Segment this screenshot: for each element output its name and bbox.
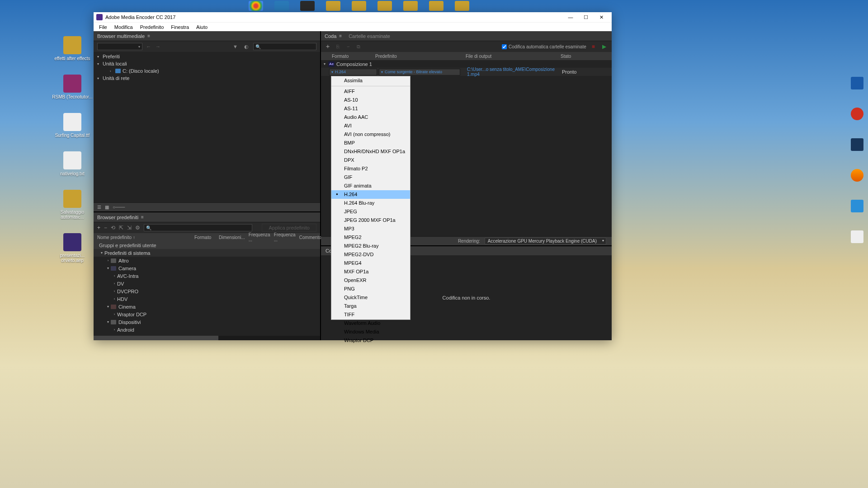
desktop-icon[interactable]: RSMB (Tecnotutor... — [52, 75, 93, 99]
forward-icon[interactable]: → — [155, 44, 161, 49]
add-source-button[interactable]: ＋ — [325, 42, 331, 51]
app-icon[interactable] — [274, 1, 289, 11]
menu-item[interactable]: MP3 — [331, 225, 410, 233]
preset-cat-camera[interactable]: ▾Camera — [94, 264, 320, 272]
preset-cat-dispositivi[interactable]: ▾Dispositivi — [94, 318, 320, 326]
desktop-icon[interactable]: nativelog.txt — [52, 151, 93, 176]
menu-item[interactable]: MPEG4 — [331, 259, 410, 267]
minimize-button[interactable]: — — [563, 12, 578, 22]
col-output[interactable]: File di output — [461, 54, 556, 59]
menu-item[interactable]: Windows Media — [331, 328, 410, 336]
menu-item[interactable]: Filmato P2 — [331, 164, 410, 173]
menu-item[interactable]: JPEG — [331, 207, 410, 216]
menu-item[interactable]: QuickTime — [331, 293, 410, 302]
preset-group-system[interactable]: ▾Predefiniti di sistema — [94, 249, 320, 257]
preset-item[interactable]: ›Wraptor DCP — [94, 310, 320, 318]
tree-favorites[interactable]: ▾Preferiti — [94, 53, 320, 60]
filter-icon[interactable]: ▼ — [231, 44, 240, 49]
menu-item[interactable]: TIFF — [331, 310, 410, 319]
menu-item[interactable]: GIF animata — [331, 182, 410, 190]
menu-predefinito[interactable]: Predefinito — [137, 23, 168, 31]
col-name[interactable]: Nome predefinito ↑ — [97, 235, 194, 240]
preset-dropdown[interactable]: ▾Come sorgente - Bitrate elevato — [379, 69, 460, 75]
output-row[interactable]: ▾H.264 ▾Come sorgente - Bitrate elevato … — [321, 68, 612, 76]
back-icon[interactable]: ← — [145, 44, 152, 49]
remove-icon[interactable]: − — [345, 44, 351, 49]
close-button[interactable]: ✕ — [594, 12, 609, 22]
tray-icon[interactable] — [851, 108, 863, 120]
path-dropdown[interactable]: ▾ — [97, 43, 142, 50]
zoom-slider[interactable]: ○─── — [113, 205, 125, 210]
preset-export-icon[interactable]: ⇲ — [127, 225, 132, 231]
menu-item[interactable]: JPEG 2000 MXF OP1a — [331, 216, 410, 225]
folder-icon[interactable] — [377, 1, 392, 11]
menu-item[interactable]: AIFF — [331, 87, 410, 96]
col-freq2[interactable]: Frequenza ... — [274, 232, 299, 242]
start-queue-button[interactable]: ▶ — [600, 43, 608, 50]
auto-encode-checkbox[interactable]: Codifica automatica cartelle esaminate — [502, 44, 586, 49]
desktop-icon[interactable]: Surfing Capital.ttf — [52, 113, 93, 138]
menu-item[interactable]: DPX — [331, 156, 410, 164]
preset-cat-altro[interactable]: ›Altro — [94, 257, 320, 264]
menu-finestra[interactable]: Finestra — [167, 23, 193, 31]
menu-item[interactable]: BMP — [331, 139, 410, 147]
menu-item[interactable]: Targa — [331, 302, 410, 310]
preset-group-user[interactable]: Gruppi e predefiniti utente — [94, 241, 320, 249]
col-format[interactable]: Formato — [194, 235, 219, 240]
tray-icon[interactable] — [851, 200, 863, 212]
stop-button[interactable]: ■ — [590, 43, 597, 50]
thumb-view-icon[interactable]: ▦ — [105, 205, 109, 210]
desktop-icon[interactable]: Salvataggio automatic... — [52, 190, 93, 220]
preset-item[interactable]: ›AVC-Intra — [94, 272, 320, 280]
menu-item[interactable]: AS-10 — [331, 96, 410, 104]
menu-item[interactable]: H.264 — [331, 190, 410, 199]
add-preset-icon[interactable]: + — [97, 225, 100, 231]
preset-item[interactable]: ›Android — [94, 326, 320, 333]
panel-menu-icon[interactable]: ≡ — [339, 33, 342, 38]
tray-icon[interactable] — [851, 77, 863, 89]
desktop-icon[interactable]: presentazi... orvieto.aep — [52, 233, 93, 263]
menu-item[interactable]: DNxHR/DNxHD MXF OP1a — [331, 147, 410, 156]
col-dim[interactable]: Dimensioni... — [219, 235, 249, 240]
preset-settings-icon[interactable]: ⚙ — [135, 225, 140, 231]
panel-menu-icon[interactable]: ≡ — [141, 215, 144, 220]
desktop-icon[interactable]: effetti after effects — [52, 36, 93, 61]
menu-item[interactable]: MPEG2 Blu-ray — [331, 242, 410, 250]
menu-item[interactable]: MPEG2-DVD — [331, 250, 410, 259]
menu-item[interactable]: PNG — [331, 285, 410, 293]
menu-item[interactable]: OpenEXR — [331, 276, 410, 285]
duplicate-icon[interactable]: ⧉ — [355, 44, 362, 50]
preset-import-icon[interactable]: ⇱ — [119, 225, 123, 231]
menu-item[interactable]: Wraptor DCP — [331, 336, 410, 345]
menu-item[interactable]: MXF OP1a — [331, 267, 410, 276]
tray-icon[interactable] — [851, 138, 863, 151]
tree-network-drives[interactable]: ▾Unità di rete — [94, 75, 320, 82]
preset-item[interactable]: ›DV — [94, 280, 320, 287]
tree-local-drives[interactable]: ▾Unità locali — [94, 60, 320, 67]
render-engine-select[interactable]: Accelerazione GPU Mercury Playback Engin… — [485, 238, 606, 244]
folder-icon[interactable] — [326, 1, 340, 11]
maximize-button[interactable]: ☐ — [578, 12, 594, 22]
media-browser-tab[interactable]: Browser multimediale ≡ — [94, 31, 320, 41]
menu-item[interactable]: AVI — [331, 122, 410, 130]
folder-icon[interactable] — [403, 1, 418, 11]
folder-icon[interactable] — [429, 1, 443, 11]
composition-row[interactable]: ▾ Ae Composizione 1 — [321, 60, 612, 68]
output-path[interactable]: C:\User...o senza titolo_AME\Composizion… — [467, 67, 562, 77]
col-format[interactable]: Formato — [321, 54, 371, 59]
preset-item[interactable]: ›DVCPRO — [94, 287, 320, 295]
preset-sync-icon[interactable]: ⟲ — [111, 225, 115, 231]
tray-icon[interactable] — [851, 230, 863, 243]
folder-icon[interactable] — [352, 1, 366, 11]
search-input[interactable]: 🔍 — [253, 43, 316, 50]
list-view-icon[interactable]: ☰ — [97, 205, 101, 210]
preset-item[interactable]: ›HDV — [94, 295, 320, 303]
preset-browser-tab[interactable]: Browser predefiniti ≡ — [94, 212, 320, 222]
tab-queue[interactable]: Coda≡ — [325, 33, 342, 39]
col-freq1[interactable]: Frequenza ... — [249, 232, 274, 242]
menu-item[interactable]: Audio AAC — [331, 113, 410, 122]
tree-drive-c[interactable]: ›C: (Disco locale) — [94, 67, 320, 75]
menu-item[interactable]: GIF — [331, 173, 410, 182]
firefox-icon[interactable] — [851, 169, 863, 182]
menu-file[interactable]: File — [95, 23, 111, 31]
